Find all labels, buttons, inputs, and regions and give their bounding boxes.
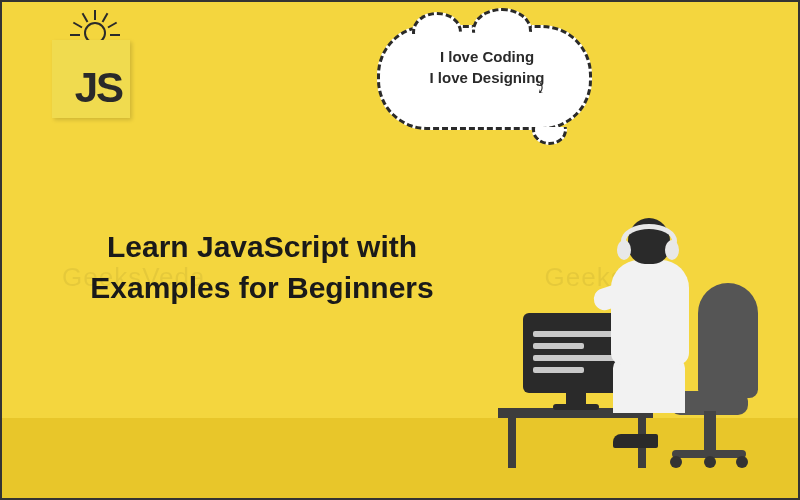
person-icon [593,218,713,448]
bubble-line-1: I love Coding [397,48,577,65]
js-logo: JS [52,40,130,118]
arrow-icon: ⤸ [535,80,547,96]
desk-leg [508,413,516,468]
person-at-desk-illustration [498,178,758,468]
bubble-line-2: I love Designing [397,69,577,86]
js-logo-text: JS [75,64,122,112]
watermark-left: GeeksVeda [62,262,205,293]
speech-bubble: I love Coding I love Designing ⤸ [372,20,602,155]
